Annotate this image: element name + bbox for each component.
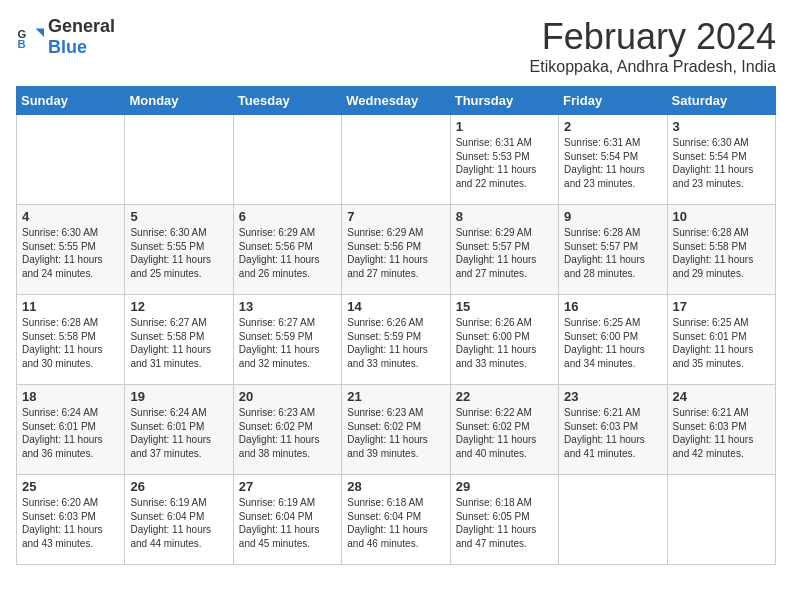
calendar-cell: 18Sunrise: 6:24 AM Sunset: 6:01 PM Dayli… bbox=[17, 385, 125, 475]
day-info: Sunrise: 6:29 AM Sunset: 5:56 PM Dayligh… bbox=[239, 226, 336, 280]
calendar-cell: 17Sunrise: 6:25 AM Sunset: 6:01 PM Dayli… bbox=[667, 295, 775, 385]
day-info: Sunrise: 6:28 AM Sunset: 5:57 PM Dayligh… bbox=[564, 226, 661, 280]
day-info: Sunrise: 6:20 AM Sunset: 6:03 PM Dayligh… bbox=[22, 496, 119, 550]
day-info: Sunrise: 6:31 AM Sunset: 5:53 PM Dayligh… bbox=[456, 136, 553, 190]
calendar-cell: 6Sunrise: 6:29 AM Sunset: 5:56 PM Daylig… bbox=[233, 205, 341, 295]
day-info: Sunrise: 6:28 AM Sunset: 5:58 PM Dayligh… bbox=[673, 226, 770, 280]
calendar-cell bbox=[17, 115, 125, 205]
day-info: Sunrise: 6:22 AM Sunset: 6:02 PM Dayligh… bbox=[456, 406, 553, 460]
day-number: 22 bbox=[456, 389, 553, 404]
day-number: 21 bbox=[347, 389, 444, 404]
weekday-header-row: SundayMondayTuesdayWednesdayThursdayFrid… bbox=[17, 87, 776, 115]
calendar-week-4: 25Sunrise: 6:20 AM Sunset: 6:03 PM Dayli… bbox=[17, 475, 776, 565]
day-number: 19 bbox=[130, 389, 227, 404]
calendar-week-2: 11Sunrise: 6:28 AM Sunset: 5:58 PM Dayli… bbox=[17, 295, 776, 385]
day-number: 12 bbox=[130, 299, 227, 314]
weekday-header-thursday: Thursday bbox=[450, 87, 558, 115]
calendar-week-1: 4Sunrise: 6:30 AM Sunset: 5:55 PM Daylig… bbox=[17, 205, 776, 295]
day-info: Sunrise: 6:30 AM Sunset: 5:55 PM Dayligh… bbox=[130, 226, 227, 280]
calendar-week-0: 1Sunrise: 6:31 AM Sunset: 5:53 PM Daylig… bbox=[17, 115, 776, 205]
day-info: Sunrise: 6:25 AM Sunset: 6:01 PM Dayligh… bbox=[673, 316, 770, 370]
calendar-cell: 25Sunrise: 6:20 AM Sunset: 6:03 PM Dayli… bbox=[17, 475, 125, 565]
day-info: Sunrise: 6:18 AM Sunset: 6:04 PM Dayligh… bbox=[347, 496, 444, 550]
svg-marker-1 bbox=[36, 29, 44, 37]
calendar-cell: 12Sunrise: 6:27 AM Sunset: 5:58 PM Dayli… bbox=[125, 295, 233, 385]
logo-general: General bbox=[48, 16, 115, 36]
day-number: 25 bbox=[22, 479, 119, 494]
day-number: 29 bbox=[456, 479, 553, 494]
calendar-cell: 4Sunrise: 6:30 AM Sunset: 5:55 PM Daylig… bbox=[17, 205, 125, 295]
calendar-cell: 3Sunrise: 6:30 AM Sunset: 5:54 PM Daylig… bbox=[667, 115, 775, 205]
day-info: Sunrise: 6:21 AM Sunset: 6:03 PM Dayligh… bbox=[673, 406, 770, 460]
calendar-table: SundayMondayTuesdayWednesdayThursdayFrid… bbox=[16, 86, 776, 565]
calendar-cell: 10Sunrise: 6:28 AM Sunset: 5:58 PM Dayli… bbox=[667, 205, 775, 295]
day-info: Sunrise: 6:23 AM Sunset: 6:02 PM Dayligh… bbox=[239, 406, 336, 460]
day-number: 16 bbox=[564, 299, 661, 314]
logo-icon: G B bbox=[16, 23, 44, 51]
calendar-cell: 1Sunrise: 6:31 AM Sunset: 5:53 PM Daylig… bbox=[450, 115, 558, 205]
calendar-cell: 2Sunrise: 6:31 AM Sunset: 5:54 PM Daylig… bbox=[559, 115, 667, 205]
calendar-cell: 29Sunrise: 6:18 AM Sunset: 6:05 PM Dayli… bbox=[450, 475, 558, 565]
day-number: 18 bbox=[22, 389, 119, 404]
calendar-cell bbox=[125, 115, 233, 205]
day-info: Sunrise: 6:24 AM Sunset: 6:01 PM Dayligh… bbox=[22, 406, 119, 460]
calendar-cell: 20Sunrise: 6:23 AM Sunset: 6:02 PM Dayli… bbox=[233, 385, 341, 475]
day-number: 3 bbox=[673, 119, 770, 134]
title-area: February 2024 Etikoppaka, Andhra Pradesh… bbox=[530, 16, 776, 76]
day-number: 2 bbox=[564, 119, 661, 134]
calendar-cell: 19Sunrise: 6:24 AM Sunset: 6:01 PM Dayli… bbox=[125, 385, 233, 475]
day-number: 1 bbox=[456, 119, 553, 134]
day-number: 27 bbox=[239, 479, 336, 494]
day-info: Sunrise: 6:30 AM Sunset: 5:55 PM Dayligh… bbox=[22, 226, 119, 280]
calendar-cell: 22Sunrise: 6:22 AM Sunset: 6:02 PM Dayli… bbox=[450, 385, 558, 475]
day-info: Sunrise: 6:30 AM Sunset: 5:54 PM Dayligh… bbox=[673, 136, 770, 190]
calendar-week-3: 18Sunrise: 6:24 AM Sunset: 6:01 PM Dayli… bbox=[17, 385, 776, 475]
day-info: Sunrise: 6:27 AM Sunset: 5:58 PM Dayligh… bbox=[130, 316, 227, 370]
day-info: Sunrise: 6:29 AM Sunset: 5:56 PM Dayligh… bbox=[347, 226, 444, 280]
day-info: Sunrise: 6:29 AM Sunset: 5:57 PM Dayligh… bbox=[456, 226, 553, 280]
calendar-cell: 28Sunrise: 6:18 AM Sunset: 6:04 PM Dayli… bbox=[342, 475, 450, 565]
calendar-cell: 27Sunrise: 6:19 AM Sunset: 6:04 PM Dayli… bbox=[233, 475, 341, 565]
day-info: Sunrise: 6:19 AM Sunset: 6:04 PM Dayligh… bbox=[239, 496, 336, 550]
calendar-cell: 23Sunrise: 6:21 AM Sunset: 6:03 PM Dayli… bbox=[559, 385, 667, 475]
calendar-cell: 13Sunrise: 6:27 AM Sunset: 5:59 PM Dayli… bbox=[233, 295, 341, 385]
day-number: 17 bbox=[673, 299, 770, 314]
day-info: Sunrise: 6:19 AM Sunset: 6:04 PM Dayligh… bbox=[130, 496, 227, 550]
day-info: Sunrise: 6:23 AM Sunset: 6:02 PM Dayligh… bbox=[347, 406, 444, 460]
day-number: 23 bbox=[564, 389, 661, 404]
day-number: 5 bbox=[130, 209, 227, 224]
day-number: 8 bbox=[456, 209, 553, 224]
logo-wordmark: General Blue bbox=[48, 16, 115, 58]
weekday-header-monday: Monday bbox=[125, 87, 233, 115]
calendar-cell bbox=[342, 115, 450, 205]
calendar-cell: 5Sunrise: 6:30 AM Sunset: 5:55 PM Daylig… bbox=[125, 205, 233, 295]
svg-text:B: B bbox=[17, 38, 25, 50]
weekday-header-sunday: Sunday bbox=[17, 87, 125, 115]
calendar-cell: 15Sunrise: 6:26 AM Sunset: 6:00 PM Dayli… bbox=[450, 295, 558, 385]
day-info: Sunrise: 6:26 AM Sunset: 5:59 PM Dayligh… bbox=[347, 316, 444, 370]
day-number: 9 bbox=[564, 209, 661, 224]
day-number: 10 bbox=[673, 209, 770, 224]
weekday-header-tuesday: Tuesday bbox=[233, 87, 341, 115]
header: G B General Blue February 2024 Etikoppak… bbox=[16, 16, 776, 76]
day-number: 24 bbox=[673, 389, 770, 404]
weekday-header-friday: Friday bbox=[559, 87, 667, 115]
day-info: Sunrise: 6:25 AM Sunset: 6:00 PM Dayligh… bbox=[564, 316, 661, 370]
logo-blue: Blue bbox=[48, 37, 87, 57]
day-number: 28 bbox=[347, 479, 444, 494]
calendar-cell: 7Sunrise: 6:29 AM Sunset: 5:56 PM Daylig… bbox=[342, 205, 450, 295]
weekday-header-saturday: Saturday bbox=[667, 87, 775, 115]
calendar-cell: 21Sunrise: 6:23 AM Sunset: 6:02 PM Dayli… bbox=[342, 385, 450, 475]
day-info: Sunrise: 6:21 AM Sunset: 6:03 PM Dayligh… bbox=[564, 406, 661, 460]
day-info: Sunrise: 6:28 AM Sunset: 5:58 PM Dayligh… bbox=[22, 316, 119, 370]
day-number: 13 bbox=[239, 299, 336, 314]
day-number: 4 bbox=[22, 209, 119, 224]
calendar-cell bbox=[667, 475, 775, 565]
day-info: Sunrise: 6:26 AM Sunset: 6:00 PM Dayligh… bbox=[456, 316, 553, 370]
calendar-cell: 14Sunrise: 6:26 AM Sunset: 5:59 PM Dayli… bbox=[342, 295, 450, 385]
logo: G B General Blue bbox=[16, 16, 115, 58]
calendar-cell: 26Sunrise: 6:19 AM Sunset: 6:04 PM Dayli… bbox=[125, 475, 233, 565]
calendar-subtitle: Etikoppaka, Andhra Pradesh, India bbox=[530, 58, 776, 76]
day-number: 20 bbox=[239, 389, 336, 404]
day-info: Sunrise: 6:27 AM Sunset: 5:59 PM Dayligh… bbox=[239, 316, 336, 370]
